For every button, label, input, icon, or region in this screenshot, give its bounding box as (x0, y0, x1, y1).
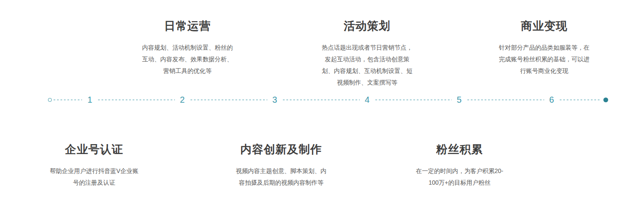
timeline-step-number-3: 3 (272, 95, 277, 104)
timeline-end-dot-icon (603, 98, 608, 102)
description-line: 视频内容主题创意、脚本策划、内 (208, 165, 355, 177)
timeline-dashed-segment (54, 100, 82, 100)
timeline-step-number-6: 6 (549, 95, 554, 104)
timeline-step-number-5: 5 (457, 95, 461, 104)
description-line: 营销工具的优化等 (114, 65, 261, 77)
description-line: 在一定的时间内，为客户积累20- (386, 165, 533, 177)
card-description: 内容规划、活动机制设置、粉丝的 互动、内容发布、效果数据分析、 营销工具的优化等 (114, 42, 261, 77)
card-enterprise-verification: 企业号认证 帮助企业用户进行抖音蓝V企业账 号的注册及认证 (21, 143, 168, 189)
card-fan-accumulation: 粉丝积累 在一定的时间内，为客户积累20- 100万+的目标用户粉丝 (386, 143, 533, 189)
description-line: 行账号商业化变现 (471, 65, 618, 77)
timeline-dashed-segment (190, 100, 267, 100)
card-title: 日常运营 (114, 19, 261, 32)
card-description: 视频内容主题创意、脚本策划、内 容拍摄及后期的视频内容制作等 (208, 165, 355, 189)
timeline-step-number-1: 1 (87, 95, 92, 104)
description-line: 号的注册及认证 (21, 177, 168, 189)
description-line: 帮助企业用户进行抖音蓝V企业账 (21, 165, 168, 177)
timeline-step-number-4: 4 (365, 95, 369, 104)
timeline-dashed-segment (375, 100, 452, 100)
card-title: 活动策划 (294, 19, 441, 32)
timeline-dashed-segment (98, 100, 175, 100)
card-title: 粉丝积累 (386, 143, 533, 156)
card-title: 商业变现 (471, 19, 618, 32)
card-title: 内容创新及制作 (208, 143, 355, 156)
description-line: 互动、内容发布、效果数据分析、 (114, 54, 261, 65)
timeline-step-number-2: 2 (180, 95, 184, 104)
description-line: 视频制作、文案撰写等 (294, 77, 441, 88)
card-content-creation: 内容创新及制作 视频内容主题创意、脚本策划、内 容拍摄及后期的视频内容制作等 (208, 143, 355, 189)
description-line: 100万+的目标用户粉丝 (386, 177, 533, 189)
description-line: 针对部分产品的品类如服装等，在 (471, 42, 618, 54)
description-line: 容拍摄及后期的视频内容制作等 (208, 177, 355, 189)
description-line: 划、内容规划、互动机制设置、短 (294, 65, 441, 77)
timeline-start-circle-icon (48, 98, 52, 102)
timeline-dashed-segment (467, 100, 544, 100)
description-line: 热点话题出现或者节日营销节点， (294, 42, 441, 54)
card-title: 企业号认证 (21, 143, 168, 156)
process-timeline-section: 日常运营 内容规划、活动机制设置、粉丝的 互动、内容发布、效果数据分析、 营销工… (0, 0, 644, 211)
card-event-planning: 活动策划 热点话题出现或者节日营销节点， 发起互动活动，包含活动创意策 划、内容… (294, 19, 441, 88)
card-description: 帮助企业用户进行抖音蓝V企业账 号的注册及认证 (21, 165, 168, 189)
description-line: 内容规划、活动机制设置、粉丝的 (114, 42, 261, 54)
card-commercialization: 商业变现 针对部分产品的品类如服装等，在 完成账号粉丝积累的基础，可以进 行账号… (471, 19, 618, 77)
timeline-dashed-segment (560, 100, 601, 100)
card-daily-operation: 日常运营 内容规划、活动机制设置、粉丝的 互动、内容发布、效果数据分析、 营销工… (114, 19, 261, 77)
card-description: 针对部分产品的品类如服装等，在 完成账号粉丝积累的基础，可以进 行账号商业化变现 (471, 42, 618, 77)
description-line: 完成账号粉丝积累的基础，可以进 (471, 54, 618, 65)
card-description: 热点话题出现或者节日营销节点， 发起互动活动，包含活动创意策 划、内容规划、互动… (294, 42, 441, 88)
description-line: 发起互动活动，包含活动创意策 (294, 54, 441, 65)
timeline-dashed-segment (283, 100, 360, 100)
card-description: 在一定的时间内，为客户积累20- 100万+的目标用户粉丝 (386, 165, 533, 189)
